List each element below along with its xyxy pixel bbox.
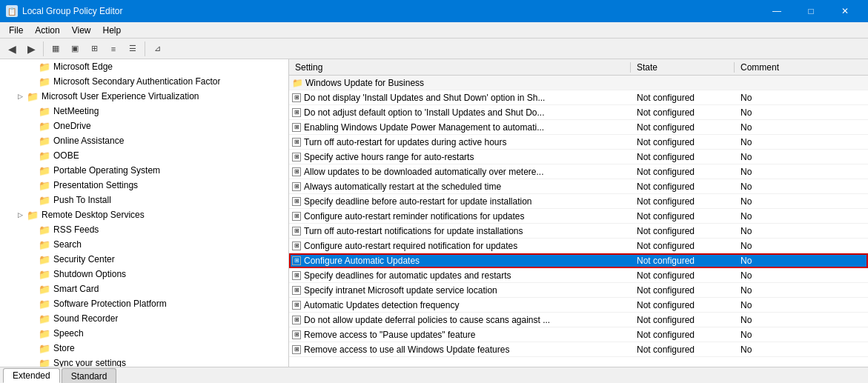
window-controls: — □ ✕ [760,0,862,22]
tree-item-netmeeting[interactable]: 📁 NetMeeting [0,104,288,119]
table-row[interactable]: ⊞ Do not display 'Install Updates and Sh… [289,90,868,105]
folder-icon: 📁 [39,224,50,236]
filter-button[interactable]: ⊿ [148,41,166,57]
tree-item-search[interactable]: 📁 Search [0,237,288,252]
folder-icon: 📁 [39,284,50,295]
tree-item-sync-settings[interactable]: 📁 Sync your settings [0,356,288,367]
table-row[interactable]: ⊞ Turn off auto-restart for updates duri… [289,135,868,150]
tree-item-shutdown-options[interactable]: 📁 Shutdown Options [0,267,288,282]
cell-comment: No [735,241,868,251]
menu-file[interactable]: File [3,24,29,37]
tree-item-speech[interactable]: 📁 Speech [0,326,288,341]
tab-standard[interactable]: Standard [62,368,117,383]
expand-icon [27,239,37,250]
cell-comment: No [735,181,868,192]
menu-view[interactable]: View [66,24,97,37]
policy-icon: ⊞ [292,227,301,236]
tree-item-presentation-settings[interactable]: 📁 Presentation Settings [0,178,288,193]
tree-item-ms-secondary-auth[interactable]: 📁 Microsoft Secondary Authentication Fac… [0,74,288,89]
cell-setting: ⊞ Do not adjust default option to 'Insta… [289,107,631,118]
back-button[interactable]: ◀ [3,41,21,57]
view-small-button[interactable]: ⊞ [85,41,103,57]
view-detail-button[interactable]: ☰ [124,41,142,57]
toolbar-sep-1 [43,41,44,56]
cell-state: Not configured [631,315,735,325]
table-row[interactable]: ⊞ Allow updates to be downloaded automat… [289,164,868,179]
table-row-selected[interactable]: ⊞ Configure Automatic Updates Not config… [289,253,868,268]
tree-item-security-center[interactable]: 📁 Security Center [0,252,288,267]
cell-state: Not configured [631,285,735,296]
cell-comment: No [735,285,868,296]
folder-icon: 📁 [39,121,50,132]
cell-comment: No [735,211,868,222]
minimize-button[interactable]: — [760,0,794,22]
tree-item-software-protection[interactable]: 📁 Software Protection Platform [0,296,288,311]
tree-item-store[interactable]: 📁 Store [0,341,288,356]
table-row[interactable]: 📁 Windows Update for Business [289,76,868,90]
table-row[interactable]: ⊞ Configure auto-restart reminder notifi… [289,209,868,224]
show-hide-button[interactable]: ▦ [47,41,64,57]
cell-comment: No [735,137,868,147]
forward-button[interactable]: ▶ [22,41,40,57]
cell-setting: ⊞ Turn off auto-restart for updates duri… [289,137,631,147]
tabs-bar: Extended Standard [0,367,868,383]
table-row[interactable]: ⊞ Specify deadline before auto-restart f… [289,194,868,209]
tree-item-microsoft-edge[interactable]: 📁 Microsoft Edge [0,59,288,74]
folder-icon: 📁 [39,150,50,161]
table-row[interactable]: ⊞ Remove access to "Pause updates" featu… [289,327,868,342]
tree-item-online-assistance[interactable]: 📁 Online Assistance [0,133,288,148]
cell-setting: 📁 Windows Update for Business [289,78,631,88]
table-row[interactable]: ⊞ Do not adjust default option to 'Insta… [289,105,868,120]
tree-item-sound-recorder[interactable]: 📁 Sound Recorder [0,311,288,326]
cell-comment: No [735,330,868,340]
folder-icon: 📁 [39,61,50,73]
col-header-setting: Setting [289,62,631,73]
table-row[interactable]: ⊞ Specify active hours range for auto-re… [289,150,868,164]
table-row[interactable]: ⊞ Turn off auto-restart notifications fo… [289,224,868,239]
tree-item-rss-feeds[interactable]: 📁 RSS Feeds [0,222,288,237]
tab-extended[interactable]: Extended [3,368,60,383]
tree-item-portable-os[interactable]: 📁 Portable Operating System [0,163,288,178]
close-button[interactable]: ✕ [828,0,862,22]
menu-help[interactable]: Help [97,24,127,37]
cell-setting: ⊞ Specify deadline before auto-restart f… [289,196,631,207]
menu-bar: File Action View Help [0,22,868,39]
tree-item-oobe[interactable]: 📁 OOBE [0,148,288,163]
table-row[interactable]: ⊞ Automatic Updates detection frequency … [289,298,868,313]
table-scroll[interactable]: 📁 Windows Update for Business ⊞ Do not d… [289,76,868,367]
policy-icon: ⊞ [292,345,301,354]
table-row[interactable]: ⊞ Always automatically restart at the sc… [289,179,868,194]
table-row[interactable]: ⊞ Remove access to use all Windows Updat… [289,342,868,357]
cell-setting: ⊞ Configure auto-restart reminder notifi… [289,211,631,222]
cell-state: Not configured [631,181,735,192]
table-row[interactable]: ⊞ Enabling Windows Update Power Manageme… [289,120,868,135]
expand-icon [27,284,37,294]
menu-action[interactable]: Action [29,24,65,37]
view-large-button[interactable]: ▣ [66,41,84,57]
folder-icon: 📁 [39,180,50,191]
table-row[interactable]: ⊞ Specify deadlines for automatic update… [289,268,868,283]
folder-icon: 📁 [27,210,39,221]
maximize-button[interactable]: □ [794,0,828,22]
cell-state: Not configured [631,226,735,236]
tree-item-smart-card[interactable]: 📁 Smart Card [0,282,288,296]
tree-item-onedrive[interactable]: 📁 OneDrive [0,119,288,133]
cell-state: Not configured [631,137,735,147]
cell-setting: ⊞ Do not allow update deferral policies … [289,315,631,325]
expand-icon [27,106,37,116]
folder-icon: 📁 [39,358,50,367]
table-row[interactable]: ⊞ Configure auto-restart required notifi… [289,239,868,253]
tree-item-remote-desktop[interactable]: ▷ 📁 Remote Desktop Services [0,207,288,222]
table-row[interactable]: ⊞ Do not allow update deferral policies … [289,313,868,327]
tree-item-push-to-install[interactable]: 📁 Push To Install [0,193,288,207]
expand-icon [27,254,37,264]
folder-icon: 📁 [39,165,50,176]
cell-state: Not configured [631,196,735,207]
cell-state: Not configured [631,330,735,340]
expand-icon: ▷ [15,91,25,101]
view-list-button[interactable]: ≡ [105,41,122,57]
folder-icon: 📁 [39,254,50,265]
table-row[interactable]: ⊞ Specify intranet Microsoft update serv… [289,283,868,298]
cell-state: Not configured [631,270,735,281]
tree-item-ms-user-exp-virt[interactable]: ▷ 📁 Microsoft User Experience Virtualiza… [0,89,288,104]
